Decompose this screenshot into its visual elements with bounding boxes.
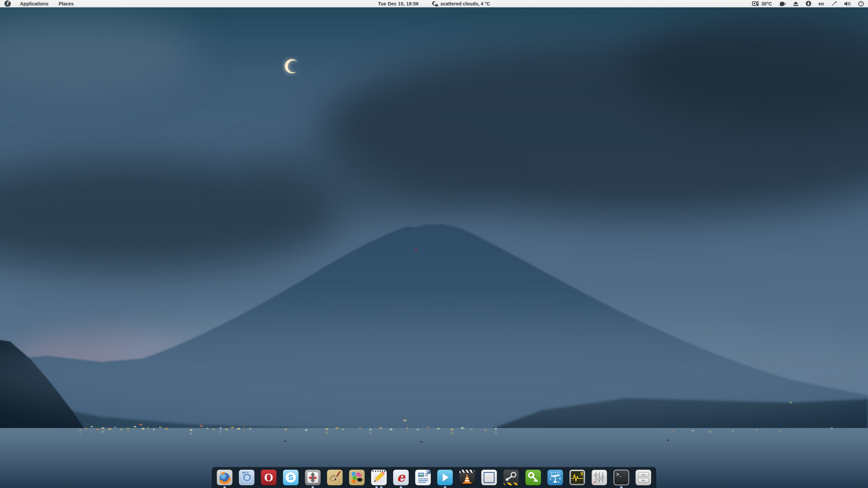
dock-item-transmission[interactable] [305, 470, 321, 488]
gedit-icon [371, 470, 387, 485]
dock-item-system-monitor[interactable] [570, 470, 585, 488]
chromium-icon [239, 470, 255, 485]
dock-item-audio-mixer[interactable] [592, 470, 607, 488]
wiper-icon [548, 470, 563, 485]
heartbeat-monitor-icon [570, 470, 585, 485]
speaker-volume-icon [844, 1, 851, 6]
dock-item-pinta[interactable] [349, 470, 365, 488]
hazard-stripes [504, 483, 519, 485]
running-indicator [217, 486, 233, 488]
volume-applet[interactable] [844, 0, 851, 7]
dock-item-chromium[interactable] [239, 470, 255, 488]
eject-icon [793, 1, 798, 6]
mypaint-icon [327, 470, 343, 485]
running-indicator [327, 486, 343, 488]
tablet-applet[interactable] [831, 0, 837, 7]
running-indicator [459, 486, 475, 488]
running-indicator [548, 486, 563, 488]
dock-item-mypaint[interactable] [327, 470, 343, 488]
libreoffice-icon [415, 470, 431, 485]
transmission-icon [305, 470, 321, 485]
opera-icon: O [261, 470, 277, 485]
accessibility-applet[interactable] [806, 0, 811, 7]
top-panel: f Applications Places Tue Dec 15, 18:56 … [0, 0, 868, 7]
dock-item-libreoffice[interactable] [415, 470, 431, 488]
running-indicator [570, 486, 585, 488]
running-indicator [504, 486, 519, 488]
boat-speck [667, 440, 669, 441]
key-icon [526, 470, 541, 485]
running-indicator [415, 486, 431, 488]
dock-item-e-app[interactable]: e [393, 470, 409, 488]
coffee-cup-icon [779, 1, 786, 6]
dock-item-computer-janitor[interactable] [548, 470, 563, 488]
stylus-icon [831, 1, 837, 6]
keyboard-layout-label: en [818, 1, 824, 6]
running-indicator [481, 486, 497, 488]
window-grid-icon [481, 470, 497, 485]
dock-item-window-app[interactable] [481, 470, 497, 488]
dock-item-totem-player[interactable] [437, 470, 453, 488]
boat-speck [284, 441, 286, 442]
dock-item-skype[interactable]: S [283, 470, 299, 488]
keyboard-layout-applet[interactable]: en [818, 0, 824, 7]
dock: O S [212, 467, 656, 488]
vlc-cone-icon [459, 470, 475, 485]
clock-applet[interactable]: Tue Dec 15, 18:56 [378, 1, 419, 6]
e-glyph: e [393, 470, 409, 485]
temperature-value: 30°C [761, 1, 772, 6]
terminal-icon: >_ [614, 470, 629, 485]
skype-icon: S [283, 470, 299, 485]
running-indicator [636, 486, 651, 488]
terminal-prompt-glyph: >_ [616, 472, 622, 477]
dock-item-opera[interactable]: O [261, 470, 277, 488]
dock-item-terminal[interactable]: >_ [614, 470, 629, 488]
fedora-logo-icon: f [4, 0, 11, 7]
running-indicator [393, 486, 409, 488]
pinta-icon [349, 470, 365, 485]
caffeine-applet[interactable] [779, 0, 786, 7]
up-down-arrows-icon [305, 470, 321, 485]
running-indicator [349, 486, 365, 488]
pencil-icon [371, 470, 387, 485]
running-indicator [437, 486, 453, 488]
power-applet[interactable] [858, 0, 864, 7]
running-indicator [305, 486, 321, 488]
menu-places[interactable]: Places [54, 0, 79, 7]
mist [0, 315, 868, 427]
running-indicator [261, 486, 277, 488]
media-player-play-icon [437, 470, 453, 485]
cursive-e-icon: e [393, 470, 409, 485]
wallpaper-fuji-dusk [0, 0, 868, 488]
file-cabinet-icon [636, 470, 651, 485]
skype-s-glyph: S [286, 472, 296, 483]
running-indicator [526, 486, 541, 488]
dock-item-keepassx[interactable] [526, 470, 541, 488]
boat-speck [420, 441, 422, 443]
dock-item-vlc[interactable] [459, 470, 475, 488]
mixer-sliders-icon [592, 470, 607, 485]
eject-applet[interactable] [793, 0, 798, 7]
firefox-icon [217, 470, 233, 485]
running-indicator [614, 486, 629, 488]
dock-item-gedit[interactable] [371, 470, 387, 488]
desktop[interactable]: f Applications Places Tue Dec 15, 18:56 … [0, 0, 868, 488]
menu-applications[interactable]: Applications [15, 0, 54, 7]
accessibility-person-icon [806, 1, 811, 6]
running-indicator [592, 486, 607, 488]
steam-icon [504, 470, 519, 485]
distro-menu-button[interactable]: f [0, 0, 15, 7]
running-indicator [371, 486, 387, 488]
temperature-sensor-applet[interactable]: 30°C [752, 0, 772, 7]
sensor-thermometer-icon [752, 1, 760, 6]
running-indicator [239, 486, 255, 488]
dock-item-steam[interactable] [504, 470, 519, 488]
opera-o-glyph: O [261, 470, 277, 485]
dock-item-file-manager[interactable] [636, 470, 651, 488]
moon-cloud-icon [432, 1, 438, 6]
weather-text: scattered clouds, 4 °C [440, 1, 490, 6]
power-icon [858, 1, 864, 6]
dock-item-firefox[interactable] [217, 470, 233, 488]
running-indicator [283, 486, 299, 488]
weather-applet[interactable]: scattered clouds, 4 °C [432, 1, 490, 6]
